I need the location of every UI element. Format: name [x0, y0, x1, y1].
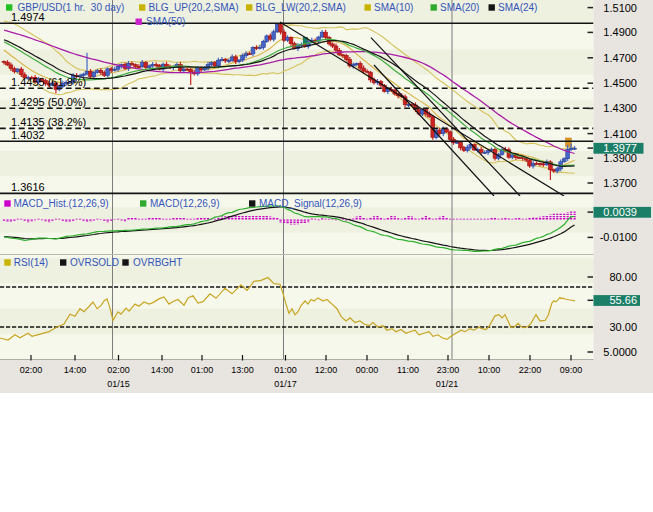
svg-text:BLG_LW(20,2,SMA): BLG_LW(20,2,SMA) [256, 2, 346, 13]
svg-text:SMA(50): SMA(50) [146, 16, 185, 27]
svg-text:RSI(14): RSI(14) [14, 257, 48, 268]
svg-text:1.4135 (38.2%): 1.4135 (38.2%) [11, 116, 86, 128]
svg-text:1.4295 (50.0%): 1.4295 (50.0%) [11, 96, 86, 108]
svg-text:11:00: 11:00 [397, 365, 419, 375]
svg-text:1.4500: 1.4500 [603, 77, 637, 89]
svg-text:1.4100: 1.4100 [603, 128, 637, 140]
svg-text:1.4455 (61.8%): 1.4455 (61.8%) [11, 76, 86, 88]
svg-text:01/21: 01/21 [436, 379, 459, 389]
svg-text:MACD_Signal(12,26,9): MACD_Signal(12,26,9) [259, 198, 362, 209]
svg-text:1.4900: 1.4900 [603, 26, 637, 38]
svg-text:GBP/USD(1 hr. 30 day): GBP/USD(1 hr. 30 day) [18, 2, 125, 13]
svg-text:5.0000: 5.0000 [603, 346, 637, 358]
svg-text:-0.0100: -0.0100 [600, 231, 637, 243]
svg-text:OVRSOLD: OVRSOLD [70, 257, 119, 268]
svg-text:SMA(24): SMA(24) [498, 2, 537, 13]
svg-text:SMA(10): SMA(10) [374, 2, 413, 13]
svg-text:01/15: 01/15 [107, 379, 130, 389]
svg-text:MACD(12,26,9): MACD(12,26,9) [150, 198, 219, 209]
svg-text:30.00: 30.00 [609, 321, 637, 333]
svg-text:1.4700: 1.4700 [603, 52, 637, 64]
svg-text:1.4300: 1.4300 [603, 102, 637, 114]
svg-text:1.3700: 1.3700 [603, 177, 637, 189]
svg-text:BLG_UP(20,2,SMA): BLG_UP(20,2,SMA) [149, 2, 239, 13]
svg-text:MACD_Hist.(12,26,9): MACD_Hist.(12,26,9) [14, 198, 109, 209]
svg-text:01/17: 01/17 [274, 379, 297, 389]
svg-text:1.5100: 1.5100 [603, 2, 637, 14]
svg-text:0.0039: 0.0039 [603, 206, 637, 218]
svg-text:01:00: 01:00 [191, 365, 214, 375]
svg-text:1.3977: 1.3977 [603, 142, 637, 154]
svg-text:80.00: 80.00 [609, 271, 637, 283]
svg-text:12:00: 12:00 [315, 365, 338, 375]
svg-text:55.66: 55.66 [609, 294, 637, 306]
svg-text:13:00: 13:00 [231, 365, 254, 375]
svg-text:14:00: 14:00 [64, 365, 87, 375]
svg-text:01:00: 01:00 [274, 365, 297, 375]
svg-text:14:00: 14:00 [151, 365, 174, 375]
svg-text:OVRBGHT: OVRBGHT [133, 257, 182, 268]
svg-text:22:00: 22:00 [519, 365, 542, 375]
svg-text:1.4032: 1.4032 [11, 129, 45, 141]
svg-text:02:00: 02:00 [107, 365, 130, 375]
svg-text:1.3616: 1.3616 [11, 181, 45, 193]
svg-text:02:00: 02:00 [20, 365, 43, 375]
svg-text:10:00: 10:00 [478, 365, 501, 375]
svg-text:SMA(20): SMA(20) [440, 2, 479, 13]
svg-text:23:00: 23:00 [437, 365, 460, 375]
svg-text:00:00: 00:00 [356, 365, 379, 375]
svg-text:09:00: 09:00 [560, 365, 583, 375]
